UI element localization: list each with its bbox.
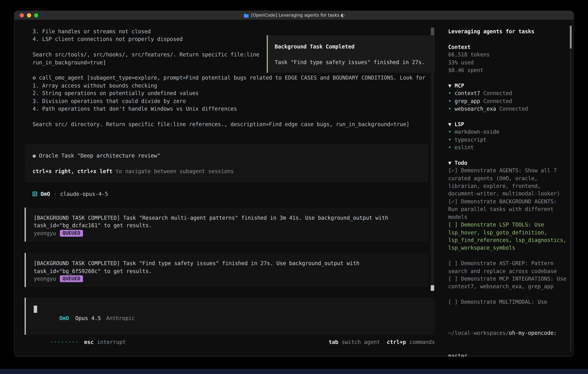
task-message-meta: yeongyu QUEUED — [34, 275, 420, 283]
desktop-wallpaper-strip — [0, 369, 588, 374]
author-label: yeongyu — [34, 275, 56, 283]
folder-icon — [243, 13, 249, 18]
workspace-path-line: ~/local-workspaces/oh-my-opencode: — [448, 329, 568, 337]
opencode-terminal-window: [OpenCode] Leveraging agents for tasks ◐… — [14, 11, 574, 356]
bullet-icon: • — [448, 98, 452, 104]
context-heading: Context — [448, 43, 568, 51]
lsp-heading[interactable]: ▼ LSP — [448, 120, 568, 128]
lsp-server-item: • eslint — [448, 144, 568, 151]
agent-model: claude-opus-4-5 — [60, 190, 108, 198]
hint-text: to navigate between subagent sessions — [112, 168, 234, 174]
close-button[interactable] — [20, 13, 24, 18]
ctrlp-key-hint: ctrl+p — [387, 339, 406, 345]
todo-section: ▼ Todo [✓] Demonstrate AGENTS: Show all … — [448, 159, 568, 306]
todo-heading[interactable]: ▼ Todo — [448, 159, 568, 166]
context-stat: $0.46 spent — [448, 66, 568, 74]
tab-key-action: switch agent — [342, 339, 380, 345]
traffic-lights — [14, 13, 38, 18]
todo-item: [ ] Demonstrate MULTIMODAL: Use — [448, 298, 568, 306]
input-agent-label: OmO — [59, 315, 69, 321]
terminal-line: ⚙ call_omo_agent [subagent_type=explore,… — [32, 74, 435, 82]
window-title: [OpenCode] Leveraging agents for tasks ◐ — [251, 11, 345, 19]
main-scrollbar-thumb[interactable] — [431, 285, 434, 291]
toast-body: Task "Find type safety issues" finished … — [275, 58, 435, 66]
zoom-button[interactable] — [34, 13, 38, 18]
input-model-label: Opus 4.5 — [75, 315, 101, 321]
oracle-task-title: ◉ Oracle Task "Deep architecture review" — [32, 152, 428, 159]
main-scrollbar-segment — [431, 28, 434, 36]
mcp-heading[interactable]: ▼ MCP — [448, 82, 568, 89]
terminal-line: 2. String operations on potentially unde… — [32, 89, 435, 97]
esc-key-action: interrupt — [97, 339, 126, 345]
mcp-server-item: • context7 Connected — [448, 90, 568, 97]
status-right: tabswitch agentctrl+pcommands — [296, 331, 435, 354]
oracle-task-panel: ◉ Oracle Task "Deep architecture review"… — [25, 144, 428, 182]
task-message: [BACKGROUND TASK COMPLETED] Task "Resear… — [25, 208, 428, 242]
status-badge: QUEUED — [60, 230, 83, 237]
terminal-line: 1. Array access without bounds checking — [32, 82, 435, 89]
terminal-line: 3. File handles or streams not closed — [32, 28, 435, 35]
message-list: [BACKGROUND TASK COMPLETED] Task "Resear… — [25, 208, 428, 299]
toast-title: Background Task Completed — [275, 43, 435, 51]
workspace-path: ~/local-workspaces/oh-my-opencode: maste… — [448, 313, 568, 356]
session-sidebar: Leveraging agents for tasks Context 66,5… — [448, 28, 568, 356]
window-titlebar[interactable]: [OpenCode] Leveraging agents for tasks ◐ — [14, 11, 574, 20]
context-section: Context 66,518 tokens 33% used $0.46 spe… — [448, 43, 568, 74]
bullet-icon: • — [448, 144, 452, 150]
sidebar-scrollbar-thumb[interactable] — [570, 26, 572, 48]
status-bar: ········escinterrupt tabswitch agentctrl… — [25, 338, 435, 346]
agent-header: OmO · claude-opus-4-5 — [32, 190, 108, 198]
tab-key-hint: tab — [329, 339, 338, 345]
bullet-icon: • — [448, 136, 452, 143]
desktop: [OpenCode] Leveraging agents for tasks ◐… — [0, 0, 588, 374]
bullet-icon: • — [448, 106, 452, 112]
minimize-button[interactable] — [27, 13, 31, 18]
mcp-server-item: • grep_app Connected — [448, 97, 568, 105]
todo-item: [✓] Demonstrate AGENTS: Show all 7 curat… — [448, 167, 568, 198]
bullet-icon: • — [448, 90, 452, 96]
task-message-body: [BACKGROUND TASK COMPLETED] Task "Find t… — [34, 260, 420, 275]
mcp-server-item: • websearch_exa Connected — [448, 105, 568, 113]
prompt-input[interactable]: OmOOpus 4.5Anthropic — [25, 298, 435, 335]
status-badge: QUEUED — [60, 275, 83, 282]
agent-name: OmO — [41, 190, 50, 198]
terminal-line: 4. Path operations that don't handle Win… — [32, 105, 435, 113]
status-left: ········escinterrupt — [25, 331, 126, 354]
task-message-body: [BACKGROUND TASK COMPLETED] Task "Resear… — [34, 214, 420, 229]
bullet-icon: • — [448, 129, 452, 135]
esc-key-hint: esc — [84, 339, 94, 345]
ctrlp-key-action: commands — [409, 339, 435, 345]
todo-item: [ ] Demonstrate MCP INTEGRATIONS: Use co… — [448, 275, 568, 291]
separator-dot: · — [53, 190, 57, 198]
subagent-nav-hint: ctrl+x right, ctrl+x left to navigate be… — [32, 167, 428, 175]
window-title-group: [OpenCode] Leveraging agents for tasks ◐ — [14, 11, 574, 20]
session-title: Leveraging agents for tasks — [448, 28, 568, 35]
lsp-server-item: • typescript — [448, 136, 568, 144]
input-provider-label: Anthropic — [106, 315, 135, 321]
context-stat: 66,518 tokens — [448, 51, 568, 58]
lsp-section: ▼ LSP • markdown-oxide • typescript • es… — [448, 120, 568, 151]
mcp-section: ▼ MCP • context7 Connected • grep_app Co… — [448, 82, 568, 113]
terminal-line: 3. Division operations that could divide… — [32, 97, 435, 105]
hint-keys: ctrl+x right, ctrl+x left — [32, 168, 112, 174]
todo-item: [✓] Demonstrate BACKGROUND AGENTS: Run p… — [448, 198, 568, 221]
task-message: [BACKGROUND TASK COMPLETED] Task "Find t… — [25, 253, 428, 287]
task-message-meta: yeongyu QUEUED — [34, 229, 420, 237]
terminal-line: Search src/ directory. Return specific f… — [32, 120, 435, 128]
context-stat: 33% used — [448, 59, 568, 66]
sidebar-scrollbar-track — [570, 26, 572, 352]
todo-item: [ ] Demonstrate AST-GREP: Pattern search… — [448, 260, 568, 275]
git-branch: master — [448, 352, 568, 356]
todo-item: [ ] Demonstrate LSP TOOLS: Use lsp_hover… — [448, 221, 568, 252]
lsp-server-item: • markdown-oxide — [448, 128, 568, 136]
agent-square-icon — [32, 192, 37, 196]
author-label: yeongyu — [34, 229, 56, 237]
spinner-dots-icon: ········ — [50, 339, 79, 345]
input-model-info: OmOOpus 4.5Anthropic — [34, 307, 135, 330]
terminal-line — [32, 113, 435, 120]
background-task-toast: Background Task Completed Task "Find typ… — [267, 35, 435, 73]
